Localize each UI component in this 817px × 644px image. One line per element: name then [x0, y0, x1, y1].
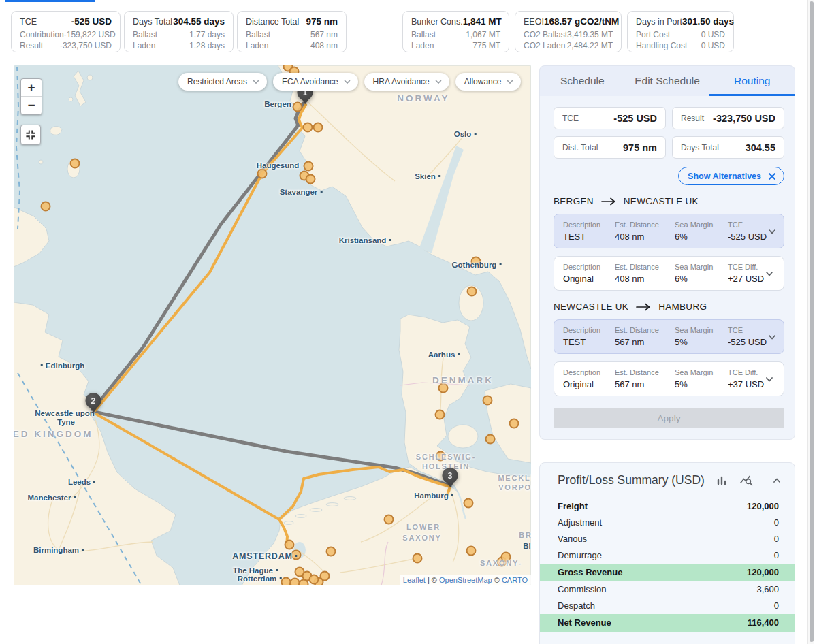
- port-dot[interactable]: [292, 551, 301, 560]
- port-dot[interactable]: [439, 384, 448, 393]
- pl-row-gross-revenue: Gross Revenue120,000: [540, 564, 795, 581]
- option-sea-margin: Sea Margin5%: [675, 368, 728, 389]
- attribution-link-leaflet[interactable]: Leaflet: [403, 576, 426, 584]
- option-tce: TCE-525 USD: [728, 221, 767, 242]
- show-alternatives-button[interactable]: Show Alternatives: [678, 167, 784, 185]
- zoom-out-button[interactable]: −: [21, 97, 42, 114]
- filter-restricted-areas[interactable]: Restricted Areas: [178, 73, 267, 91]
- port-dot[interactable]: [510, 419, 519, 428]
- route-option-selected[interactable]: DescriptionTESTEst. Distance567 nmSea Ma…: [554, 319, 784, 354]
- stat-value: 304.55: [746, 142, 775, 153]
- option-col-label: TCE Diff.: [728, 263, 764, 271]
- option-sea-margin: Sea Margin6%: [675, 263, 728, 284]
- marker-tail: [90, 408, 97, 413]
- option-col-value: -525 USD: [728, 231, 767, 242]
- attribution-link-openstreetmap[interactable]: OpenStreetMap: [439, 576, 492, 584]
- chevron-down-icon[interactable]: [767, 332, 778, 342]
- kpi-card-header: EEOI168.57 gCO2/tNM: [524, 16, 613, 27]
- routing-panel: TCE-525 USDResult-323,750 USDDist. Total…: [539, 96, 795, 440]
- fit-bounds-button[interactable]: [20, 125, 41, 145]
- port-dot[interactable]: [502, 553, 511, 562]
- port-dot[interactable]: [42, 202, 50, 211]
- filter-eca-avoidance[interactable]: ECA Avoidance: [273, 73, 358, 91]
- filter-hra-avoidance[interactable]: HRA Avoidance: [364, 73, 449, 91]
- port-dot[interactable]: [71, 159, 80, 168]
- chevron-down-icon[interactable]: [764, 374, 775, 385]
- pl-row-value: 0: [774, 517, 779, 528]
- pl-row-label: Adjustment: [558, 517, 602, 528]
- kpi-sub-label: Ballast: [133, 29, 157, 40]
- collapse-summary-button[interactable]: [771, 475, 782, 486]
- port-dot[interactable]: [327, 547, 336, 556]
- active-tab-indicator: [5, 0, 95, 2]
- port-dot[interactable]: [300, 580, 308, 586]
- chevron-down-icon[interactable]: [764, 268, 775, 279]
- port-dot[interactable]: [258, 170, 267, 178]
- kpi-value: 168.57 gCO2/tNM: [544, 16, 619, 27]
- kpi-sub-value: 1,067 MT: [466, 29, 500, 40]
- port-dot[interactable]: [310, 575, 319, 584]
- zoom-in-button[interactable]: +: [21, 79, 42, 97]
- tab-schedule[interactable]: Schedule: [540, 66, 625, 96]
- option-col-value: 567 nm: [615, 337, 675, 347]
- route-line-original-bergen-newcastle[interactable]: [93, 103, 304, 410]
- port-dot[interactable]: [413, 554, 422, 563]
- waypoint-marker-3[interactable]: 3: [443, 468, 458, 487]
- attribution-link-carto[interactable]: CARTO: [502, 576, 528, 584]
- leg-from: NEWCASTLE UK: [554, 302, 628, 312]
- route-option-selected[interactable]: DescriptionTESTEst. Distance408 nmSea Ma…: [554, 214, 784, 248]
- bar-chart-icon[interactable]: [716, 474, 728, 487]
- chevron-down-icon: [435, 80, 442, 84]
- option-col-label: Sea Margin: [675, 326, 728, 334]
- kpi-card-days-total: Days Total304.55 daysBallast1.77 daysLad…: [124, 11, 234, 52]
- port-dot[interactable]: [306, 175, 315, 184]
- waypoint-marker-2[interactable]: 2: [86, 393, 101, 413]
- stat-value: 975 nm: [623, 142, 657, 153]
- option-col-label: Description: [563, 368, 615, 376]
- port-dot[interactable]: [436, 452, 445, 461]
- chart-zoom-icon[interactable]: [740, 474, 754, 487]
- page-scrollbar[interactable]: [807, 0, 814, 644]
- port-dot[interactable]: [282, 578, 291, 586]
- port-dot[interactable]: [468, 287, 477, 296]
- filter-allowance[interactable]: Allowance: [455, 73, 522, 91]
- close-icon[interactable]: [767, 172, 777, 181]
- chevron-down-icon[interactable]: [767, 226, 778, 237]
- port-dot[interactable]: [467, 547, 476, 556]
- port-dot[interactable]: [483, 396, 492, 405]
- voyage-map[interactable]: NORWAYBergenOsloHaugesundSkienStavangerK…: [14, 65, 531, 585]
- port-dot[interactable]: [486, 435, 495, 444]
- port-dot[interactable]: [291, 579, 300, 586]
- kpi-subrow: CO2 Laden2,484.22 MT: [524, 40, 613, 51]
- scrollbar-thumb[interactable]: [810, 1, 814, 642]
- port-dot[interactable]: [304, 123, 313, 132]
- route-leg-newcastle-uk-hamburg: NEWCASTLE UKHAMBURGDescriptionTESTEst. D…: [554, 302, 784, 396]
- kpi-card-header: TCE-525 USD: [20, 16, 112, 27]
- port-dot[interactable]: [464, 499, 473, 508]
- chevron-down-icon: [507, 80, 513, 84]
- port-dot[interactable]: [304, 162, 313, 171]
- option-col-label: Est. Distance: [615, 221, 675, 229]
- option-col-label: Sea Margin: [675, 263, 728, 271]
- option-tce: TCE-525 USD: [728, 326, 767, 347]
- route-option[interactable]: DescriptionOriginalEst. Distance408 nmSe…: [554, 256, 784, 291]
- port-dot[interactable]: [472, 257, 481, 266]
- option-est-distance: Est. Distance408 nm: [615, 221, 675, 242]
- route-option[interactable]: DescriptionOriginalEst. Distance567 nmSe…: [554, 361, 784, 396]
- attribution-text: | ©: [426, 576, 439, 584]
- option-est-distance: Est. Distance567 nm: [615, 368, 675, 389]
- pl-row-adjustment: Adjustment0: [540, 515, 795, 531]
- option-col-value: 6%: [675, 231, 728, 242]
- tab-routing[interactable]: Routing: [709, 66, 795, 96]
- pl-row-label: Various: [558, 534, 587, 545]
- tab-edit-schedule[interactable]: Edit Schedule: [625, 66, 710, 96]
- port-dot[interactable]: [285, 541, 294, 549]
- kpi-title: EEOI: [524, 17, 544, 27]
- arrow-right-icon: [636, 303, 651, 311]
- port-dot[interactable]: [314, 123, 323, 132]
- apply-button[interactable]: Apply: [554, 408, 784, 428]
- port-dot[interactable]: [436, 410, 445, 419]
- port-dot[interactable]: [385, 515, 394, 524]
- option-col-value: 408 nm: [615, 231, 675, 242]
- route-leg-bergen-newcastle-uk: BERGENNEWCASTLE UKDescriptionTESTEst. Di…: [554, 196, 784, 291]
